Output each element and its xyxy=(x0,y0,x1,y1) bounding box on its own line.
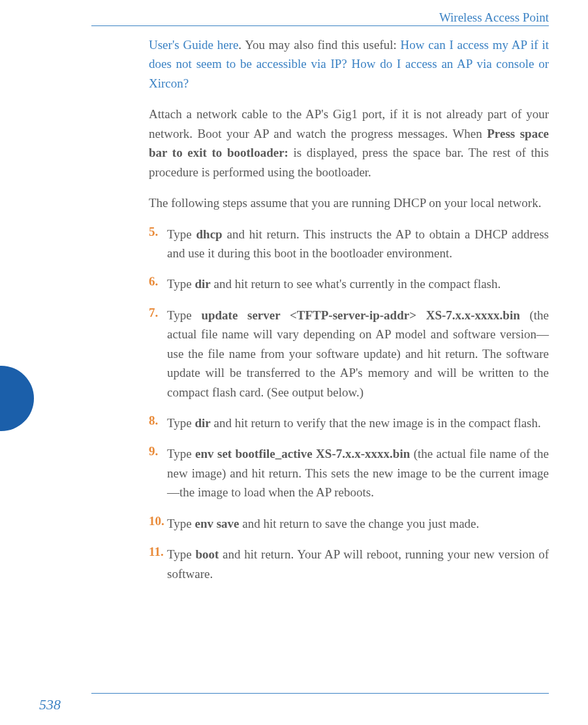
step-10: 10. Type env save and hit return to save… xyxy=(149,514,549,533)
link-users-guide[interactable]: User's Guide here xyxy=(149,38,238,52)
step-7: 7. Type update server <TFTP-server-ip-ad… xyxy=(149,306,549,402)
step-8-pre: Type xyxy=(167,416,194,430)
step-8-number: 8. xyxy=(149,413,167,432)
attach-cable-paragraph: Attach a network cable to the AP's Gig1 … xyxy=(149,105,549,182)
step-8-body: Type dir and hit return to verify that t… xyxy=(167,413,549,432)
step-10-number: 10. xyxy=(149,514,167,533)
step-5-pre: Type xyxy=(167,227,196,241)
step-8: 8. Type dir and hit return to verify tha… xyxy=(149,413,549,432)
step-5-post: and hit return. This instructs the AP to… xyxy=(167,227,549,260)
body-content: User's Guide here. You may also find thi… xyxy=(149,35,549,583)
page-number: 538 xyxy=(39,696,61,713)
step-10-pre: Type xyxy=(167,517,194,530)
step-6-pre: Type xyxy=(167,277,194,291)
step-9-body: Type env set bootfile_active XS-7.x.x-xx… xyxy=(167,444,549,502)
step-10-bold: env save xyxy=(194,517,239,530)
step-6-number: 6. xyxy=(149,274,167,293)
step-10-post: and hit return to save the change you ju… xyxy=(240,517,480,530)
step-7-pre: Type xyxy=(167,308,201,322)
step-5-number: 5. xyxy=(149,225,167,263)
step-11-number: 11. xyxy=(149,545,167,583)
step-11-post: and hit return. Your AP will reboot, run… xyxy=(167,547,549,580)
step-11-pre: Type xyxy=(167,547,195,561)
intro-paragraph: User's Guide here. You may also find thi… xyxy=(149,35,549,93)
step-8-post: and hit return to verify that the new im… xyxy=(211,416,541,430)
step-7-body: Type update server <TFTP-server-ip-addr>… xyxy=(167,306,549,402)
step-5-body: Type dhcp and hit return. This instructs… xyxy=(167,225,549,263)
step-8-bold: dir xyxy=(194,416,210,430)
step-10-body: Type env save and hit return to save the… xyxy=(167,514,549,533)
intro-text-1: . You may also find this useful: xyxy=(238,38,400,52)
step-9-pre: Type xyxy=(167,447,195,460)
footer-divider xyxy=(91,693,549,694)
step-5: 5. Type dhcp and hit return. This instru… xyxy=(149,225,549,263)
step-6-bold: dir xyxy=(194,277,210,291)
page-container: Wireless Access Point User's Guide here.… xyxy=(0,0,588,725)
step-9: 9. Type env set bootfile_active XS-7.x.x… xyxy=(149,444,549,502)
step-11-body: Type boot and hit return. Your AP will r… xyxy=(167,545,549,583)
step-6-post: and hit return to see what's currently i… xyxy=(211,277,501,291)
step-9-bold: env set bootfile_active XS-7.x.x-xxxx.bi… xyxy=(195,447,410,460)
step-9-number: 9. xyxy=(149,444,167,502)
step-5-bold: dhcp xyxy=(196,227,223,241)
header-title: Wireless Access Point xyxy=(91,10,549,26)
step-6-body: Type dir and hit return to see what's cu… xyxy=(167,274,549,293)
dhcp-note-paragraph: The following steps assume that you are … xyxy=(149,193,549,212)
step-6: 6. Type dir and hit return to see what's… xyxy=(149,274,549,293)
side-tab xyxy=(0,366,34,431)
step-7-bold: update server <TFTP-server-ip-addr> XS-7… xyxy=(201,308,519,322)
step-7-number: 7. xyxy=(149,306,167,402)
step-11-bold: boot xyxy=(195,547,219,561)
step-11: 11. Type boot and hit return. Your AP wi… xyxy=(149,545,549,583)
